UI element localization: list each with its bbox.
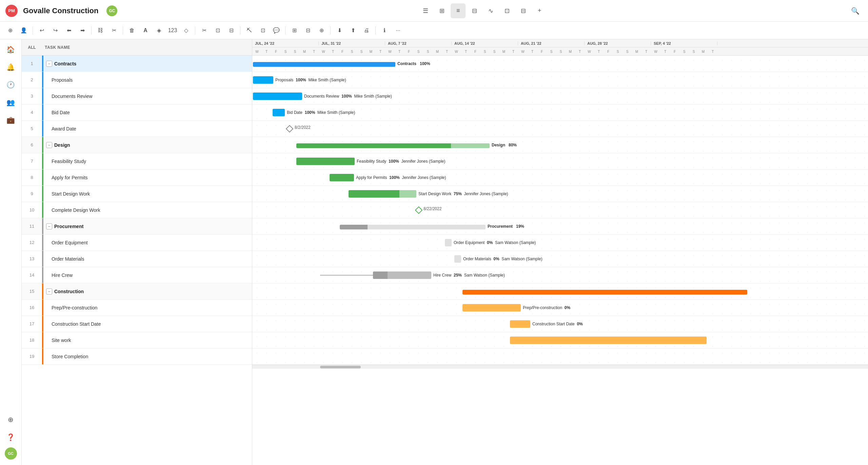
task-row[interactable]: 11 − Procurement bbox=[22, 218, 252, 235]
chart-view-btn[interactable]: ∿ bbox=[483, 3, 498, 18]
task-row[interactable]: 3 Documents Review bbox=[22, 88, 252, 104]
gantt-bar-prep[interactable]: Prep/Pre-construction 0% bbox=[462, 304, 521, 311]
task-name-5: Award Date bbox=[52, 126, 76, 132]
task-name-4: Bid Date bbox=[52, 110, 70, 115]
day-cell: F bbox=[537, 50, 547, 54]
task-row[interactable]: 5 Award Date bbox=[22, 121, 252, 137]
gantt-bar-const-start[interactable]: Construction Start Date 0% bbox=[510, 320, 530, 328]
sidebar-people[interactable]: 👥 bbox=[3, 95, 18, 110]
task-row[interactable]: 6 − Design bbox=[22, 137, 252, 153]
redo-btn[interactable]: ↪ bbox=[49, 24, 61, 37]
search-button[interactable]: 🔍 bbox=[848, 3, 863, 18]
indent-btn[interactable]: ➡ bbox=[76, 24, 88, 37]
note-btn[interactable]: ⊡ bbox=[257, 24, 269, 37]
gantt-bar-feasibility[interactable]: Feasibility Study 100% Jennifer Jones (S… bbox=[296, 158, 355, 165]
gantt-bar-order-equip[interactable]: Order Equipment 0% Sam Watson (Sample) bbox=[445, 239, 452, 246]
text-btn[interactable]: A bbox=[139, 24, 152, 37]
task-row[interactable]: 9 Start Design Work bbox=[22, 186, 252, 202]
gantt-bar-design-work[interactable]: Start Design Work 75% Jennifer Jones (Sa… bbox=[349, 190, 416, 198]
task-row[interactable]: 17 Construction Start Date bbox=[22, 316, 252, 332]
col-all: ALL bbox=[22, 45, 42, 50]
task-row[interactable]: 8 Apply for Permits bbox=[22, 169, 252, 186]
print-btn[interactable]: 🖨 bbox=[360, 24, 373, 37]
task-row[interactable]: 2 Proposals bbox=[22, 72, 252, 88]
task-row[interactable]: 10 Complete Design Work bbox=[22, 202, 252, 218]
pm-logo: PM bbox=[5, 5, 18, 17]
task-row[interactable]: 14 Hire Crew bbox=[22, 267, 252, 283]
gantt-bar-hire-crew[interactable]: Hire Crew 25% Sam Watson (Sample) bbox=[373, 271, 431, 279]
horizontal-scrollbar[interactable] bbox=[252, 365, 868, 369]
date-group-5: AUG, 21 '22 bbox=[518, 41, 585, 45]
task-row[interactable]: 18 Site work bbox=[22, 332, 252, 348]
sidebar-notifications[interactable]: 🔔 bbox=[3, 60, 18, 75]
day-cell: T bbox=[309, 50, 319, 54]
doc-view-btn[interactable]: ⊟ bbox=[516, 3, 531, 18]
day-cell: T bbox=[528, 50, 537, 54]
task-row[interactable]: 12 Order Equipment bbox=[22, 235, 252, 251]
collapse-btn-11[interactable]: − bbox=[46, 223, 52, 229]
outdent-btn[interactable]: ⬅ bbox=[63, 24, 75, 37]
day-cell: S bbox=[357, 50, 366, 54]
gantt-bar-docs[interactable]: Documents Review 100% Mike Smith (Sample… bbox=[253, 93, 302, 100]
undo-btn[interactable]: ↩ bbox=[36, 24, 48, 37]
gantt-bar-design[interactable]: Design 80% bbox=[296, 141, 490, 149]
milestone-award bbox=[286, 125, 294, 133]
collapse-btn-1[interactable]: − bbox=[46, 61, 52, 67]
day-cell: M bbox=[698, 50, 708, 54]
add-person-btn[interactable]: 👤 bbox=[18, 24, 30, 37]
task-row[interactable]: 16 Prep/Pre-construction bbox=[22, 300, 252, 316]
gantt-bar-proposals[interactable]: Proposals 100% Mike Smith (Sample) bbox=[253, 76, 273, 84]
delete-btn[interactable]: 🗑 bbox=[126, 24, 138, 37]
sidebar-home[interactable]: 🏠 bbox=[3, 42, 18, 57]
gantt-bar-permits[interactable]: Apply for Permits 100% Jennifer Jones (S… bbox=[330, 174, 354, 181]
gantt-bar-bid[interactable]: Bid Date 100% Mike Smith (Sample) bbox=[273, 109, 285, 116]
task-row[interactable]: 1 − Contracts bbox=[22, 56, 252, 72]
task-row[interactable]: 4 Bid Date bbox=[22, 104, 252, 121]
import-btn[interactable]: ⬆ bbox=[347, 24, 359, 37]
collapse-btn-15[interactable]: − bbox=[46, 288, 52, 295]
sidebar-projects[interactable]: 💼 bbox=[3, 113, 18, 127]
wrench-btn[interactable]: ⛏ bbox=[243, 24, 255, 37]
cut-btn[interactable]: ✂ bbox=[198, 24, 210, 37]
sidebar-add[interactable]: ⊕ bbox=[3, 412, 18, 427]
number-btn[interactable]: 123 bbox=[166, 24, 179, 37]
add-view-btn[interactable]: + bbox=[532, 3, 547, 18]
table-view-btn[interactable]: ⊟ bbox=[467, 3, 482, 18]
sidebar-avatar[interactable]: GC bbox=[5, 447, 17, 460]
gantt-bar-procurement[interactable]: Procurement 19% bbox=[340, 223, 486, 230]
copy-btn[interactable]: ⊡ bbox=[212, 24, 224, 37]
paste-btn[interactable]: ⊟ bbox=[225, 24, 237, 37]
gantt-bar-sitework[interactable] bbox=[510, 337, 707, 344]
add-task-btn[interactable]: ⊕ bbox=[4, 24, 16, 37]
collapse-btn[interactable]: ⊟ bbox=[302, 24, 314, 37]
comment-btn[interactable]: 💬 bbox=[270, 24, 282, 37]
gantt-bar-order-mat[interactable]: Order Materials 0% Sam Watson (Sample) bbox=[454, 255, 461, 263]
sidebar-help[interactable]: ❓ bbox=[3, 430, 18, 445]
board-view-btn[interactable]: ⊞ bbox=[434, 3, 449, 18]
row-number: 6 bbox=[22, 142, 42, 147]
gantt-bar-contracts[interactable]: Contracts 100% bbox=[253, 60, 395, 67]
task-row[interactable]: 19 Store Completion bbox=[22, 348, 252, 365]
zoom-fit-btn[interactable]: ⊕ bbox=[315, 24, 328, 37]
collapse-btn-6[interactable]: − bbox=[46, 142, 52, 148]
link-btn[interactable]: ⛓ bbox=[94, 24, 106, 37]
style-btn[interactable]: ◈ bbox=[153, 24, 165, 37]
task-row[interactable]: 7 Feasibility Study bbox=[22, 153, 252, 169]
bar-label-8: Apply for Permits 100% Jennifer Jones (S… bbox=[356, 175, 446, 180]
gantt-bar-construction[interactable] bbox=[462, 288, 747, 295]
unlink-btn[interactable]: ✂ bbox=[108, 24, 120, 37]
connector-arrow-14 bbox=[252, 267, 868, 283]
info-btn[interactable]: ℹ bbox=[378, 24, 391, 37]
date-group-2: JUL, 31 '22 bbox=[319, 41, 385, 45]
more-btn[interactable]: ··· bbox=[392, 24, 404, 37]
sidebar-recent[interactable]: 🕐 bbox=[3, 77, 18, 92]
export-btn[interactable]: ⬇ bbox=[333, 24, 346, 37]
task-row[interactable]: 13 Order Materials bbox=[22, 251, 252, 267]
shape-btn[interactable]: ◇ bbox=[180, 24, 192, 37]
expand-btn[interactable]: ⊞ bbox=[288, 24, 300, 37]
list-view-btn[interactable]: ☰ bbox=[418, 3, 433, 18]
task-row[interactable]: 15 − Construction bbox=[22, 283, 252, 300]
gantt-view-btn[interactable]: ≡ bbox=[451, 3, 466, 18]
gantt-row-11: Procurement 19% bbox=[252, 218, 868, 235]
calendar-view-btn[interactable]: ⊡ bbox=[499, 3, 514, 18]
